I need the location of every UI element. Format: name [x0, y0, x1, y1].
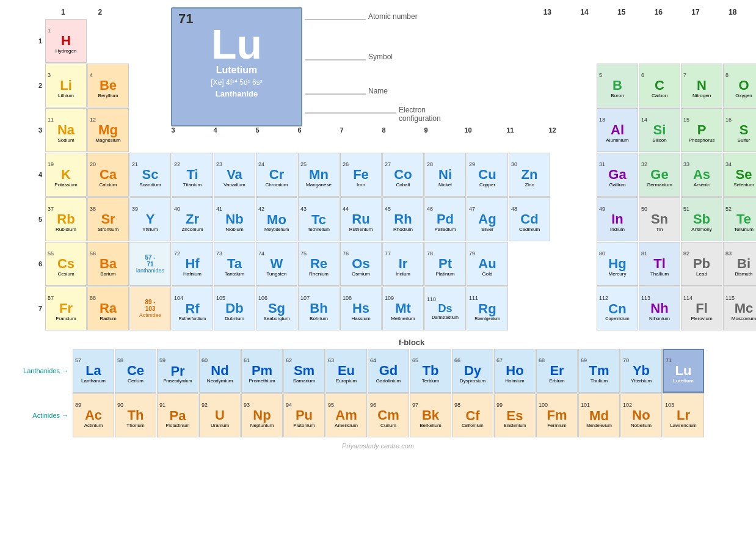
element-Al[interactable]: 13 Al Aluminium — [597, 108, 638, 152]
element-Te[interactable]: 52 Te Tellurium — [723, 197, 756, 241]
element-Na[interactable]: 11 Na Sodium — [45, 108, 87, 152]
element-Lu-fblock[interactable]: 71 Lu Lutetium — [663, 349, 704, 393]
element-Er[interactable]: 68 Er Erbium — [536, 349, 578, 393]
element-Pr[interactable]: 59 Pr Praseodymium — [157, 349, 198, 393]
element-Rb[interactable]: 37 Rb Rubidium — [45, 197, 87, 241]
element-Rg[interactable]: 111 Rg Roentgenium — [467, 286, 508, 330]
element-Nd[interactable]: 60 Nd Neodymium — [199, 349, 241, 393]
element-Ti[interactable]: 22 Ti Titanium — [172, 153, 213, 197]
element-Ca[interactable]: 20 Ca Calcium — [87, 153, 129, 197]
element-Mt[interactable]: 109 Mt Meitnerium — [382, 286, 424, 330]
element-Zr[interactable]: 40 Zr Zirconium — [172, 197, 213, 241]
element-Ce[interactable]: 58 Ce Cerium — [115, 349, 156, 393]
element-B[interactable]: 5 B Boron — [597, 64, 638, 108]
element-Mo[interactable]: 42 Mo Molybdenum — [256, 197, 297, 241]
element-Hs[interactable]: 108 Hs Hassium — [340, 286, 382, 330]
element-N[interactable]: 7 N Nitrogen — [681, 64, 722, 108]
element-Cn[interactable]: 112 Cn Copernicium — [597, 286, 638, 330]
element-Ho[interactable]: 67 Ho Holmium — [494, 349, 536, 393]
element-Sc[interactable]: 21 Sc Scandium — [129, 153, 171, 197]
element-Sn[interactable]: 50 Sn Tin — [639, 197, 680, 241]
element-Np[interactable]: 93 Np Neptunium — [241, 393, 283, 437]
element-Bi[interactable]: 83 Bi Bismuth — [723, 242, 756, 286]
element-Nh[interactable]: 113 Nh Nihonium — [639, 286, 680, 330]
element-Sr[interactable]: 38 Sr Strontium — [87, 197, 129, 241]
element-In[interactable]: 49 In Indium — [597, 197, 638, 241]
element-Pm[interactable]: 61 Pm Promethium — [241, 349, 283, 393]
element-Ru[interactable]: 44 Ru Ruthenium — [340, 197, 382, 241]
element-Cf[interactable]: 98 Cf Californium — [452, 393, 493, 437]
element-Tm[interactable]: 69 Tm Thulium — [578, 349, 620, 393]
element-Ir[interactable]: 77 Ir Iridium — [382, 242, 424, 286]
element-Ag[interactable]: 47 Ag Silver — [467, 197, 508, 241]
element-Mc[interactable]: 115 Mc Moscovium — [723, 286, 756, 330]
element-O[interactable]: 8 O Oxygen — [723, 64, 756, 108]
element-S[interactable]: 16 S Sulfur — [723, 108, 756, 152]
element-Cd[interactable]: 48 Cd Cadmium — [509, 197, 550, 241]
element-Sb[interactable]: 51 Sb Antimony — [681, 197, 722, 241]
element-Tc[interactable]: 43 Tc Technetium — [298, 197, 340, 241]
element-W[interactable]: 74 W Tungsten — [256, 242, 297, 286]
element-Bk[interactable]: 97 Bk Berkelium — [410, 393, 451, 437]
element-Fr[interactable]: 87 Fr Francium — [45, 286, 87, 330]
element-V[interactable]: 23 Va Vanadium — [214, 153, 255, 197]
element-Cu[interactable]: 29 Cu Copper — [467, 153, 508, 197]
element-Sg[interactable]: 106 Sg Seaborgium — [256, 286, 297, 330]
element-Fe[interactable]: 26 Fe Iron — [340, 153, 382, 197]
element-La[interactable]: 57 La Lanthanum — [73, 349, 114, 393]
element-Os[interactable]: 76 Os Osmium — [340, 242, 382, 286]
element-Tb[interactable]: 65 Tb Terbium — [410, 349, 451, 393]
element-H[interactable]: 1 H Hydrogen — [45, 19, 87, 63]
element-Pb[interactable]: 82 Pb Lead — [681, 242, 722, 286]
element-C[interactable]: 6 C Carbon — [639, 64, 680, 108]
element-P[interactable]: 15 P Phosphorus — [681, 108, 722, 152]
element-Si[interactable]: 14 Si Silicon — [639, 108, 680, 152]
element-Pt[interactable]: 78 Pt Platinum — [424, 242, 466, 286]
element-Pu[interactable]: 94 Pu Plutonium — [283, 393, 325, 437]
element-Cs[interactable]: 55 Cs Cesium — [45, 242, 87, 286]
element-Ra[interactable]: 88 Ra Radium — [87, 286, 129, 330]
element-Th[interactable]: 90 Th Thorium — [115, 393, 156, 437]
element-Se[interactable]: 34 Se Selenium — [723, 153, 756, 197]
element-Es[interactable]: 99 Es Einsteinium — [494, 393, 536, 437]
element-Au[interactable]: 79 Au Gold — [467, 242, 508, 286]
element-U[interactable]: 92 U Uranium — [199, 393, 241, 437]
element-Ge[interactable]: 32 Ge Germanium — [639, 153, 680, 197]
element-Gd[interactable]: 64 Gd Gadolinium — [368, 349, 409, 393]
element-Ga[interactable]: 31 Ga Gallium — [597, 153, 638, 197]
element-Co[interactable]: 27 Co Cobalt — [382, 153, 424, 197]
element-Rh[interactable]: 45 Rh Rhodium — [382, 197, 424, 241]
element-Fl[interactable]: 114 Fl Flerovium — [681, 286, 722, 330]
element-Mn[interactable]: 25 Mn Manganese — [298, 153, 340, 197]
element-Mg[interactable]: 12 Mg Magnesium — [87, 108, 129, 152]
element-Dy[interactable]: 66 Dy Dysprosium — [452, 349, 493, 393]
element-Ac[interactable]: 89 Ac Actinium — [73, 393, 114, 437]
element-Re[interactable]: 75 Re Rhenium — [298, 242, 340, 286]
element-Hg[interactable]: 80 Hg Mercury — [597, 242, 638, 286]
element-Ba[interactable]: 56 Ba Barium — [87, 242, 129, 286]
element-Nb[interactable]: 41 Nb Niobium — [214, 197, 255, 241]
element-Tl[interactable]: 81 Tl Thallium — [639, 242, 680, 286]
element-Pa[interactable]: 91 Pa Protactinium — [157, 393, 198, 437]
element-Eu[interactable]: 63 Eu Europium — [325, 349, 367, 393]
element-Rf[interactable]: 104 Rf Rutherfordium — [172, 286, 213, 330]
element-Db[interactable]: 105 Db Dubnium — [214, 286, 255, 330]
element-Cr[interactable]: 24 Cr Chromium — [256, 153, 297, 197]
element-Pd[interactable]: 46 Pd Palladium — [424, 197, 466, 241]
element-Hf[interactable]: 72 Hf Hafnium — [172, 242, 213, 286]
element-Lr[interactable]: 103 Lr Lawrencium — [663, 393, 704, 437]
element-Am[interactable]: 95 Am Americium — [325, 393, 367, 437]
element-K[interactable]: 19 K Potassium — [45, 153, 87, 197]
element-Li[interactable]: 3 Li Lithium — [45, 64, 87, 108]
element-Bh[interactable]: 107 Bh Bohrium — [298, 286, 340, 330]
element-Be[interactable]: 4 Be Beryllium — [87, 64, 129, 108]
element-Fm[interactable]: 100 Fm Fermium — [536, 393, 578, 437]
element-Md[interactable]: 101 Md Mendelevium — [578, 393, 620, 437]
element-Ds[interactable]: 110 Ds Darmstadtium — [424, 286, 466, 330]
element-Ta[interactable]: 73 Ta Tantalum — [214, 242, 255, 286]
element-Cm[interactable]: 96 Cm Curium — [368, 393, 409, 437]
element-No[interactable]: 102 No Nobelium — [620, 393, 662, 437]
element-As[interactable]: 33 As Arsenic — [681, 153, 722, 197]
element-Yb[interactable]: 70 Yb Ytterbium — [620, 349, 662, 393]
element-Y[interactable]: 39 Y Yttrium — [129, 197, 171, 241]
